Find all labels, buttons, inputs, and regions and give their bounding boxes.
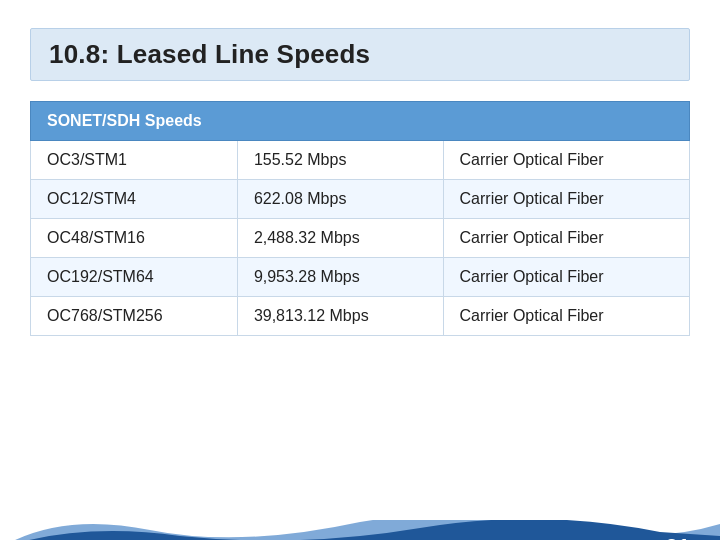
table-cell-3-1: 9,953.28 Mbps (237, 258, 443, 297)
table-row: OC3/STM1155.52 MbpsCarrier Optical Fiber (31, 141, 690, 180)
slide: 10.8: Leased Line Speeds SONET/SDH Speed… (0, 28, 720, 540)
table-cell-0-2: Carrier Optical Fiber (443, 141, 689, 180)
title-area: 10.8: Leased Line Speeds (30, 28, 690, 81)
table-cell-4-0: OC768/STM256 (31, 297, 238, 336)
table-row: OC192/STM649,953.28 MbpsCarrier Optical … (31, 258, 690, 297)
table-cell-3-0: OC192/STM64 (31, 258, 238, 297)
table-cell-4-1: 39,813.12 Mbps (237, 297, 443, 336)
slide-title: 10.8: Leased Line Speeds (49, 39, 370, 69)
table-cell-2-2: Carrier Optical Fiber (443, 219, 689, 258)
table-cell-1-1: 622.08 Mbps (237, 180, 443, 219)
table-row: OC12/STM4622.08 MbpsCarrier Optical Fibe… (31, 180, 690, 219)
table-cell-3-2: Carrier Optical Fiber (443, 258, 689, 297)
table-cell-2-0: OC48/STM16 (31, 219, 238, 258)
page-number: 21 (666, 534, 690, 540)
table-cell-2-1: 2,488.32 Mbps (237, 219, 443, 258)
table-wrapper: SONET/SDH Speeds OC3/STM1155.52 MbpsCarr… (30, 101, 690, 336)
wave-decoration (0, 520, 720, 540)
table-header-row: SONET/SDH Speeds (31, 102, 690, 141)
bottom-bar: © 2013 Pearson 21 (0, 520, 720, 540)
sonet-table: SONET/SDH Speeds OC3/STM1155.52 MbpsCarr… (30, 101, 690, 336)
table-header-cell: SONET/SDH Speeds (31, 102, 690, 141)
table-cell-1-2: Carrier Optical Fiber (443, 180, 689, 219)
table-row: OC768/STM25639,813.12 MbpsCarrier Optica… (31, 297, 690, 336)
table-cell-4-2: Carrier Optical Fiber (443, 297, 689, 336)
table-cell-0-0: OC3/STM1 (31, 141, 238, 180)
table-cell-0-1: 155.52 Mbps (237, 141, 443, 180)
table-row: OC48/STM162,488.32 MbpsCarrier Optical F… (31, 219, 690, 258)
table-cell-1-0: OC12/STM4 (31, 180, 238, 219)
